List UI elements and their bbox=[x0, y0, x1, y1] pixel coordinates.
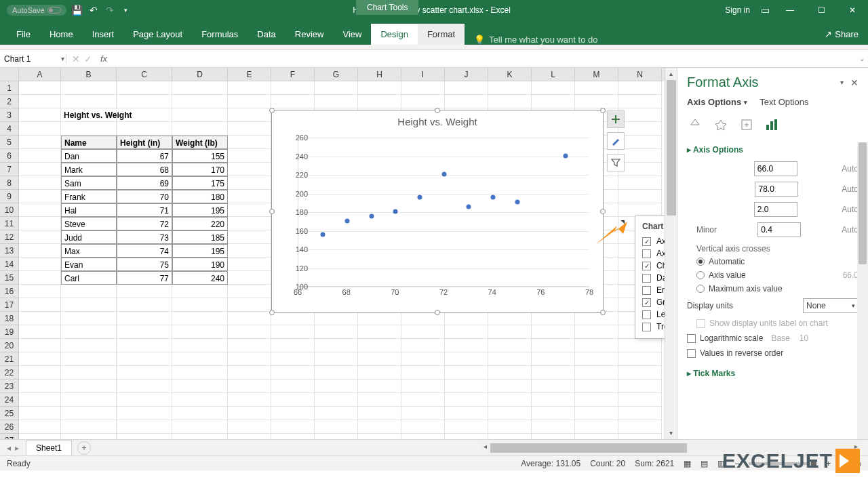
cell[interactable] bbox=[532, 380, 575, 393]
cell[interactable] bbox=[618, 81, 662, 95]
cell[interactable] bbox=[228, 176, 271, 190]
cell[interactable] bbox=[19, 217, 61, 230]
cell[interactable]: Evan bbox=[61, 258, 117, 271]
cell[interactable] bbox=[618, 122, 662, 136]
cell[interactable] bbox=[19, 122, 61, 136]
cell[interactable] bbox=[172, 312, 228, 325]
cell[interactable] bbox=[532, 393, 575, 407]
cancel-formula-icon[interactable]: ✕ bbox=[72, 54, 80, 64]
undo-icon[interactable]: ↶ bbox=[88, 5, 99, 16]
axis-options-icon[interactable] bbox=[764, 117, 781, 133]
view-layout-icon[interactable]: ▤ bbox=[701, 459, 708, 468]
cell[interactable] bbox=[117, 285, 172, 298]
cell[interactable] bbox=[19, 176, 61, 190]
row-header[interactable]: 2 bbox=[0, 95, 19, 108]
cell[interactable] bbox=[117, 366, 172, 380]
cell[interactable] bbox=[618, 190, 662, 203]
row-header[interactable]: 14 bbox=[0, 258, 19, 271]
cell[interactable] bbox=[358, 339, 401, 352]
cell[interactable] bbox=[117, 393, 172, 407]
cell[interactable] bbox=[575, 407, 618, 420]
sheet-tab[interactable]: Sheet1 bbox=[26, 441, 72, 455]
cell[interactable] bbox=[19, 108, 61, 122]
col-header-A[interactable]: A bbox=[19, 68, 61, 81]
row-header[interactable]: 7 bbox=[0, 163, 19, 176]
vertical-scrollbar[interactable]: ▴ ▾ bbox=[665, 68, 677, 439]
cell[interactable] bbox=[401, 325, 445, 339]
cell[interactable] bbox=[61, 81, 117, 95]
radio-automatic[interactable]: Automatic bbox=[687, 255, 859, 268]
sheet-nav-prev-icon[interactable]: ◂ bbox=[7, 443, 11, 453]
cell[interactable] bbox=[61, 285, 117, 298]
cell[interactable]: 180 bbox=[172, 190, 228, 203]
cell[interactable] bbox=[172, 122, 228, 136]
chart-element-chart-title[interactable]: ✓Chart Title bbox=[642, 260, 665, 272]
cell[interactable] bbox=[618, 393, 662, 407]
cell[interactable] bbox=[575, 352, 618, 366]
tell-me-search[interactable]: 💡Tell me what you want to do bbox=[465, 35, 815, 45]
bounds-min-input[interactable] bbox=[754, 161, 797, 176]
row-header[interactable]: 20 bbox=[0, 339, 19, 352]
cell[interactable] bbox=[19, 339, 61, 352]
cell[interactable] bbox=[271, 380, 315, 393]
cell[interactable] bbox=[271, 366, 315, 380]
cell[interactable] bbox=[488, 380, 532, 393]
cell[interactable] bbox=[19, 271, 61, 285]
cell[interactable] bbox=[358, 312, 401, 325]
cell[interactable]: 68 bbox=[117, 163, 172, 176]
cell[interactable]: Sam bbox=[61, 176, 117, 190]
section-axis-options[interactable]: ▸ Axis Options bbox=[687, 141, 859, 159]
cell[interactable] bbox=[61, 380, 117, 393]
row-header[interactable]: 4 bbox=[0, 122, 19, 136]
cell[interactable] bbox=[19, 312, 61, 325]
cell[interactable] bbox=[117, 434, 172, 439]
cell[interactable] bbox=[19, 298, 61, 312]
cell[interactable] bbox=[358, 95, 401, 108]
cell[interactable] bbox=[315, 407, 358, 420]
tab-view[interactable]: View bbox=[333, 24, 371, 45]
cell[interactable] bbox=[575, 95, 618, 108]
pane-scrollbar[interactable] bbox=[857, 142, 868, 439]
cell[interactable] bbox=[228, 312, 271, 325]
cell[interactable] bbox=[618, 366, 662, 380]
cell[interactable] bbox=[445, 352, 488, 366]
cell[interactable] bbox=[228, 136, 271, 149]
data-point[interactable] bbox=[442, 172, 447, 177]
row-header[interactable]: 8 bbox=[0, 176, 19, 190]
check-log-scale[interactable]: Logarithmic scaleBase10 bbox=[687, 331, 859, 346]
formula-expand-icon[interactable]: ⌄ bbox=[856, 55, 868, 62]
fx-icon[interactable]: fx bbox=[98, 54, 110, 64]
col-header-J[interactable]: J bbox=[445, 68, 488, 81]
cell[interactable] bbox=[532, 352, 575, 366]
cell[interactable] bbox=[488, 339, 532, 352]
cell[interactable] bbox=[488, 366, 532, 380]
name-box-dropdown-icon[interactable]: ▾ bbox=[61, 55, 64, 62]
row-header[interactable]: 18 bbox=[0, 312, 19, 325]
chart-element-axes[interactable]: ✓Axes bbox=[642, 235, 665, 247]
radio-max-value[interactable]: Maximum axis value bbox=[687, 282, 859, 296]
col-header-F[interactable]: F bbox=[271, 68, 315, 81]
cell[interactable] bbox=[358, 81, 401, 95]
cell[interactable]: Steve bbox=[61, 217, 117, 230]
cell[interactable] bbox=[19, 203, 61, 217]
cell[interactable] bbox=[228, 325, 271, 339]
cell[interactable] bbox=[228, 244, 271, 258]
col-header-H[interactable]: H bbox=[358, 68, 401, 81]
tab-home[interactable]: Home bbox=[40, 24, 83, 45]
data-point[interactable] bbox=[515, 200, 519, 205]
cell[interactable] bbox=[61, 393, 117, 407]
cell[interactable] bbox=[445, 95, 488, 108]
row-header[interactable]: 13 bbox=[0, 244, 19, 258]
size-properties-icon[interactable] bbox=[738, 117, 755, 133]
tab-data[interactable]: Data bbox=[248, 24, 285, 45]
row-header[interactable]: 15 bbox=[0, 271, 19, 285]
cell[interactable] bbox=[228, 149, 271, 163]
hscroll-left-icon[interactable]: ◂ bbox=[479, 443, 490, 453]
cell[interactable] bbox=[19, 149, 61, 163]
row-header[interactable]: 11 bbox=[0, 217, 19, 230]
cell[interactable] bbox=[575, 339, 618, 352]
cell[interactable]: Carl bbox=[61, 271, 117, 285]
cell[interactable] bbox=[532, 366, 575, 380]
scroll-down-icon[interactable]: ▾ bbox=[665, 427, 677, 439]
cell[interactable] bbox=[271, 81, 315, 95]
